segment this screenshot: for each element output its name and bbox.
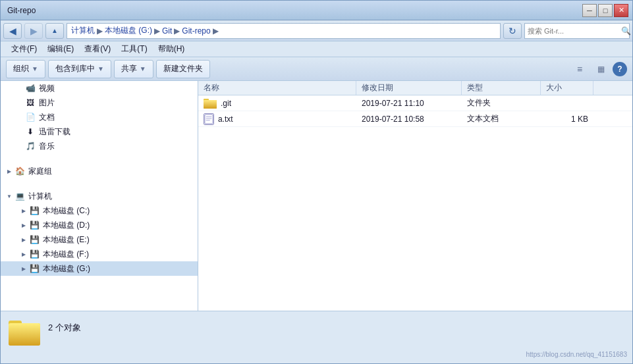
- window: Git-repo ─ □ ✕ ◀ ▶ ▲ 计算机 ▶ 本地磁盘 (G:) ▶ G…: [0, 0, 633, 364]
- file-cell-type-git: 文件夹: [462, 97, 541, 109]
- new-folder-label: 新建文件夹: [163, 63, 203, 74]
- expand-icon-drive-d: ▶: [19, 221, 28, 230]
- expand-icon-videos: [15, 84, 24, 93]
- col-header-date[interactable]: 修改日期: [356, 81, 462, 95]
- up-button[interactable]: ▲: [45, 23, 64, 39]
- share-arrow: ▼: [140, 65, 146, 72]
- status-folder-icon: [9, 317, 40, 348]
- main-content: 📹 视频 🖼 图片 📄 文档 ⬇ 迅雷下载 🎵 音乐: [1, 81, 632, 311]
- tree-item-drive-f[interactable]: ▶ 💾 本地磁盘 (F:): [1, 247, 198, 261]
- tree-label-thunder: 迅雷下载: [39, 126, 70, 138]
- file-cell-type-atxt: 文本文档: [462, 113, 541, 124]
- menu-item-tools[interactable]: 工具(T): [116, 42, 152, 56]
- view-toggle-button[interactable]: ≡: [570, 60, 589, 78]
- menu-item-help[interactable]: 帮助(H): [153, 42, 190, 56]
- tree-item-drive-c[interactable]: ▶ 💾 本地磁盘 (C:): [1, 203, 198, 218]
- tree-item-videos[interactable]: 📹 视频: [1, 81, 198, 95]
- view-list-button[interactable]: ▦: [592, 60, 610, 78]
- right-panel: 名称 修改日期 类型 大小: [198, 81, 632, 311]
- svg-rect-9: [9, 323, 40, 346]
- organize-label: 组织: [13, 63, 29, 74]
- tree-item-computer[interactable]: ▼ 💻 计算机: [1, 189, 198, 203]
- include-library-button[interactable]: 包含到库中 ▼: [48, 60, 111, 78]
- tree-label-drive-e: 本地磁盘 (E:): [43, 234, 90, 246]
- search-input[interactable]: [528, 27, 619, 35]
- organize-button[interactable]: 组织 ▼: [6, 60, 45, 78]
- tree-item-music[interactable]: 🎵 音乐: [1, 139, 198, 153]
- file-name-atxt: a.txt: [218, 115, 233, 124]
- tree-item-documents[interactable]: 📄 文档: [1, 110, 198, 124]
- forward-button[interactable]: ▶: [24, 23, 43, 39]
- folder-icon-pictures: 🖼: [24, 97, 36, 108]
- menu-item-edit[interactable]: 编辑(E): [42, 42, 79, 56]
- help-button[interactable]: ?: [613, 62, 627, 76]
- tree-label-homegroup: 家庭组: [28, 166, 52, 177]
- tree-item-thunder[interactable]: ⬇ 迅雷下载: [1, 124, 198, 139]
- tree-item-homegroup[interactable]: ▶ 🏠 家庭组: [1, 164, 198, 178]
- breadcrumb[interactable]: 计算机 ▶ 本地磁盘 (G:) ▶ Git ▶ Git-repo ▶: [67, 23, 501, 39]
- file-row-atxt[interactable]: a.txt 2019-07-21 10:58 文本文档 1 KB: [198, 111, 632, 127]
- file-row-git[interactable]: .git 2019-07-21 11:10 文件夹: [198, 95, 632, 111]
- folder-icon-documents: 📄: [24, 112, 36, 122]
- tree-label-pictures: 图片: [39, 97, 55, 109]
- minimize-button[interactable]: ─: [582, 4, 597, 17]
- include-library-arrow: ▼: [97, 65, 104, 72]
- drive-d-icon: 💾: [28, 220, 40, 230]
- menu-item-file[interactable]: 文件(F): [6, 42, 42, 56]
- tree-item-drive-g[interactable]: ▶ 💾 本地磁盘 (G:): [1, 261, 198, 276]
- tree-label-drive-g: 本地磁盘 (G:): [43, 263, 90, 274]
- expand-icon-drive-g: ▶: [19, 264, 28, 273]
- menu-item-view[interactable]: 查看(V): [79, 42, 116, 56]
- status-folder-svg: [9, 317, 40, 348]
- expand-icon-drive-f: ▶: [19, 249, 28, 259]
- col-header-type[interactable]: 类型: [462, 81, 541, 95]
- refresh-button[interactable]: ↻: [503, 23, 522, 39]
- breadcrumb-item-4[interactable]: Git-repo: [182, 26, 210, 36]
- breadcrumb-sep-3: ▶: [174, 26, 180, 36]
- expand-icon-documents: [15, 113, 24, 122]
- tree-label-drive-d: 本地磁盘 (D:): [43, 220, 90, 231]
- drive-g-icon: 💾: [28, 263, 40, 274]
- tree-item-drive-e[interactable]: ▶ 💾 本地磁盘 (E:): [1, 232, 198, 247]
- expand-icon-computer: ▼: [5, 192, 14, 201]
- share-label: 共享: [121, 63, 137, 74]
- maximize-button[interactable]: □: [598, 4, 613, 17]
- file-list-header: 名称 修改日期 类型 大小: [198, 81, 632, 95]
- new-folder-button[interactable]: 新建文件夹: [156, 60, 210, 78]
- search-bar: 🔍: [524, 23, 630, 39]
- computer-icon: 💻: [14, 191, 26, 201]
- file-cell-name-git: .git: [198, 98, 356, 109]
- file-name-git: .git: [221, 99, 231, 108]
- expand-icon-thunder: [15, 127, 24, 136]
- expand-icon-homegroup: ▶: [5, 167, 14, 176]
- folder-icon-music: 🎵: [24, 141, 36, 151]
- txt-file-svg: [204, 113, 213, 125]
- menu-bar: 文件(F) 编辑(E) 查看(V) 工具(T) 帮助(H): [1, 41, 632, 57]
- tree-label-drive-f: 本地磁盘 (F:): [43, 249, 89, 260]
- expand-icon-pictures: [15, 98, 24, 107]
- breadcrumb-item-3[interactable]: Git: [162, 26, 172, 36]
- back-button[interactable]: ◀: [3, 23, 22, 39]
- close-button[interactable]: ✕: [614, 4, 628, 17]
- folder-icon-videos: 📹: [24, 83, 36, 93]
- breadcrumb-item-1[interactable]: 计算机: [71, 25, 95, 36]
- col-header-size[interactable]: 大小: [541, 81, 593, 95]
- tree-item-pictures[interactable]: 🖼 图片: [1, 95, 198, 110]
- title-bar: Git-repo ─ □ ✕: [1, 1, 632, 20]
- status-count: 2 个对象: [48, 317, 81, 334]
- view-icon: ≡: [577, 64, 582, 74]
- address-bar: ◀ ▶ ▲ 计算机 ▶ 本地磁盘 (G:) ▶ Git ▶ Git-repo ▶…: [1, 20, 632, 41]
- tree-item-drive-d[interactable]: ▶ 💾 本地磁盘 (D:): [1, 218, 198, 232]
- file-cell-date-git: 2019-07-21 11:10: [356, 99, 462, 108]
- breadcrumb-sep-2: ▶: [154, 26, 160, 36]
- file-cell-size-atxt: 1 KB: [541, 115, 593, 124]
- title-bar-controls: ─ □ ✕: [582, 4, 628, 17]
- breadcrumb-item-2[interactable]: 本地磁盘 (G:): [105, 25, 152, 36]
- window-title: Git-repo: [7, 6, 36, 15]
- file-list: .git 2019-07-21 11:10 文件夹: [198, 95, 632, 311]
- col-header-name[interactable]: 名称: [198, 81, 356, 95]
- share-button[interactable]: 共享 ▼: [114, 60, 153, 78]
- drive-f-icon: 💾: [28, 249, 40, 259]
- folder-icon-thunder: ⬇: [24, 126, 36, 137]
- toolbar: 组织 ▼ 包含到库中 ▼ 共享 ▼ 新建文件夹 ≡ ▦ ?: [1, 57, 632, 81]
